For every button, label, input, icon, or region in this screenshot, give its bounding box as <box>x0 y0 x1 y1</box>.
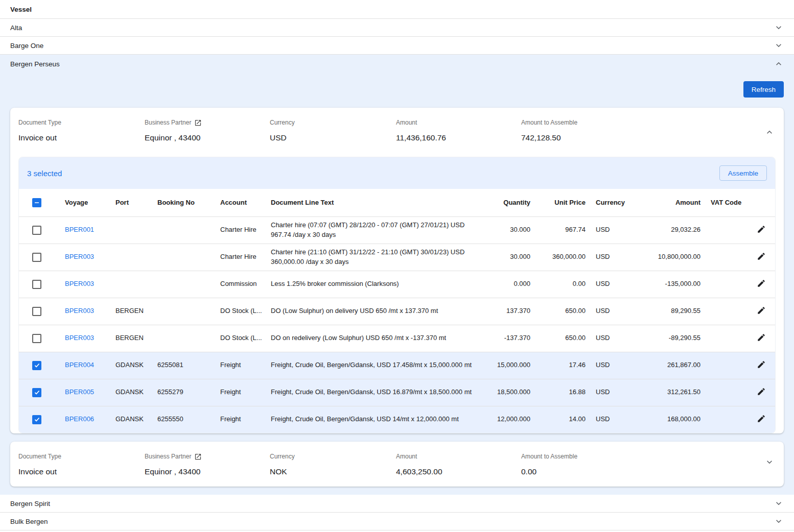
row-select-cell <box>19 325 65 352</box>
line-text-cell: Freight, Crude Oil, Bergen/Gdansk, USD 1… <box>271 379 485 406</box>
amount-cell: 10,800,000.00 <box>638 244 707 271</box>
assemble-button[interactable]: Assemble <box>719 165 767 181</box>
row-checkbox[interactable] <box>32 307 41 316</box>
voyage-link[interactable]: BPER005 <box>65 388 94 396</box>
edit-line-button[interactable] <box>756 386 767 399</box>
chevron-down-icon <box>764 461 775 469</box>
row-checkbox[interactable] <box>32 253 41 262</box>
edit-line-button[interactable] <box>756 332 767 345</box>
voyage-link[interactable]: BPER003 <box>65 253 94 260</box>
booking-no-cell: 6255279 <box>157 379 220 406</box>
vessel-row-barge-one[interactable]: Barge One <box>0 37 794 55</box>
line-text-cell: DO on redelivery (Low Sulphur) USD 650 /… <box>271 325 485 352</box>
vessel-label: Alta <box>10 24 22 32</box>
port-cell: GDANSK <box>115 352 157 379</box>
currency-cell: USD <box>592 298 638 325</box>
booking-no-cell: 6255550 <box>157 406 220 433</box>
row-select-cell <box>19 244 65 271</box>
col-line-text: Document Line Text <box>271 189 485 216</box>
col-quantity: Quantity <box>485 189 536 216</box>
edit-line-button[interactable] <box>756 413 767 426</box>
account-cell: DO Stock (L... <box>220 298 271 325</box>
open-in-new-icon[interactable] <box>194 119 202 127</box>
account-cell: Freight <box>220 379 271 406</box>
document-type-label: Document Type <box>18 118 139 127</box>
currency-value: NOK <box>270 467 391 476</box>
refresh-button[interactable]: Refresh <box>743 81 784 98</box>
unit-price-cell: 650.00 <box>536 325 592 352</box>
currency-label: Currency <box>270 118 391 127</box>
voyage-cell: BPER003 <box>65 244 115 271</box>
edit-line-button[interactable] <box>756 251 767 263</box>
vessel-row-bergen-perseus[interactable]: Bergen Perseus <box>0 55 794 73</box>
vessel-row-bergen-spirit[interactable]: Bergen Spirit <box>0 495 794 513</box>
amount-to-assemble-value: 742,128.50 <box>521 133 754 142</box>
table-row: BPER005GDANSK6255279FreightFreight, Crud… <box>19 379 776 406</box>
edit-cell <box>748 406 776 433</box>
account-cell: DO Stock (L... <box>220 325 271 352</box>
amount-field: Amount 4,603,250.00 <box>396 452 521 476</box>
row-checkbox[interactable] <box>32 361 41 370</box>
vat-code-cell <box>707 216 748 244</box>
account-cell: Freight <box>220 406 271 433</box>
document-card-nok: Document Type Invoice out Business Partn… <box>10 442 784 487</box>
unit-price-cell: 360,000.00 <box>536 244 592 271</box>
edit-line-button[interactable] <box>756 305 767 318</box>
edit-line-button[interactable] <box>756 224 767 236</box>
vat-code-cell <box>707 244 748 271</box>
row-checkbox[interactable] <box>32 226 41 235</box>
amount-to-assemble-field: Amount to Assemble 0.00 <box>521 452 759 476</box>
vessel-label: Barge One <box>10 42 43 50</box>
voyage-cell: BPER001 <box>65 216 115 244</box>
document-type-value: Invoice out <box>18 467 139 476</box>
vessel-label: Bergen Perseus <box>10 60 60 68</box>
row-checkbox[interactable] <box>32 388 41 397</box>
voyage-link[interactable]: BPER003 <box>65 334 94 342</box>
currency-cell: USD <box>592 352 638 379</box>
edit-line-button[interactable] <box>756 359 767 372</box>
business-partner-field: Business Partner Equinor , 43400 <box>145 452 270 476</box>
row-checkbox[interactable] <box>32 334 41 343</box>
edit-line-button[interactable] <box>756 278 767 291</box>
line-text-cell: Less 1.25% broker commission (Clarksons) <box>271 271 485 298</box>
vat-code-cell <box>707 271 748 298</box>
vessel-row-bulk-bergen[interactable]: Bulk Bergen <box>0 513 794 530</box>
amount-cell: 312,261.50 <box>638 379 707 406</box>
amount-value: 11,436,160.76 <box>396 133 516 142</box>
unit-price-cell: 967.74 <box>536 216 592 244</box>
currency-value: USD <box>270 133 391 142</box>
refresh-row: Refresh <box>0 73 794 98</box>
expand-card-button[interactable] <box>762 455 777 471</box>
select-all-checkbox[interactable] <box>32 198 41 207</box>
collapse-card-button[interactable] <box>762 125 777 141</box>
voyage-link[interactable]: BPER003 <box>65 280 94 287</box>
currency-label: Currency <box>270 452 391 461</box>
chevron-up-icon <box>764 131 775 139</box>
amount-field: Amount 11,436,160.76 <box>396 118 521 142</box>
quantity-cell: 30.000 <box>485 216 536 244</box>
edit-cell <box>748 379 776 406</box>
open-in-new-icon[interactable] <box>194 453 202 461</box>
quantity-cell: -137.370 <box>485 325 536 352</box>
edit-cell <box>748 271 776 298</box>
page: Vessel Alta Barge One Bergen Perseus Ref… <box>0 0 794 532</box>
unit-price-cell: 14.00 <box>536 406 592 433</box>
voyage-link[interactable]: BPER003 <box>65 307 94 315</box>
row-select-cell <box>19 406 65 433</box>
row-checkbox[interactable] <box>32 280 41 289</box>
amount-to-assemble-field: Amount to Assemble 742,128.50 <box>521 118 759 142</box>
row-checkbox[interactable] <box>32 415 41 424</box>
account-cell: Commission <box>220 271 271 298</box>
vessel-label: Bulk Bergen <box>10 518 48 525</box>
row-select-cell <box>19 352 65 379</box>
quantity-cell: 12,000.000 <box>485 406 536 433</box>
port-cell: GDANSK <box>115 379 157 406</box>
line-text-cell: Charter hire (07:07 (GMT) 28/12/20 - 07:… <box>271 216 485 244</box>
voyage-link[interactable]: BPER006 <box>65 415 94 423</box>
voyage-link[interactable]: BPER004 <box>65 361 94 369</box>
col-amount: Amount <box>638 189 707 216</box>
vessel-row-alta[interactable]: Alta <box>0 19 794 37</box>
chevron-up-icon <box>774 59 784 69</box>
voyage-link[interactable]: BPER001 <box>65 226 94 233</box>
edit-cell <box>748 325 776 352</box>
